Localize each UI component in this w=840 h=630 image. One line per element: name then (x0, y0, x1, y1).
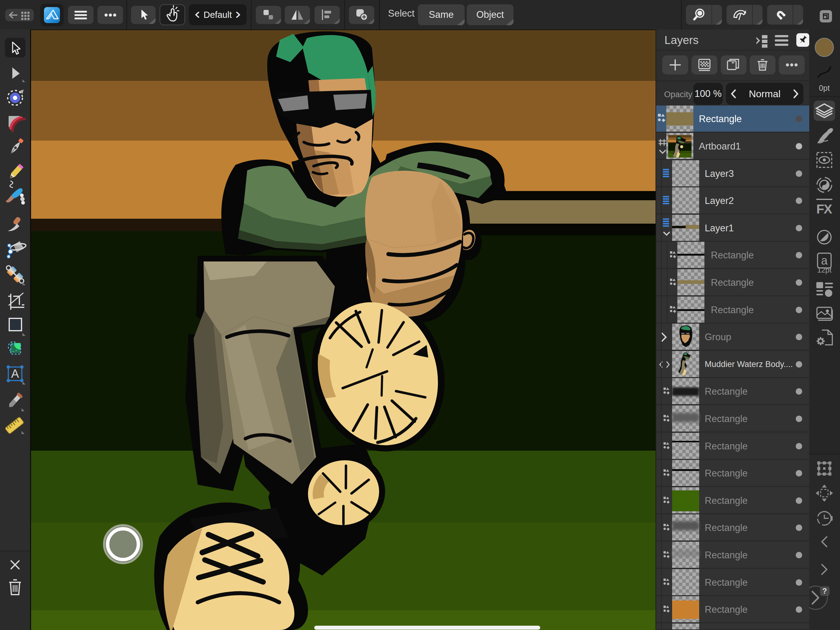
svg-text:A: A (11, 367, 19, 380)
svg-text:?: ? (822, 587, 827, 595)
svg-text:a: a (821, 254, 828, 267)
svg-text:12pt: 12pt (817, 266, 832, 274)
svg-text:Default: Default (204, 10, 232, 20)
svg-text:FX: FX (816, 202, 832, 216)
svg-text:0pt: 0pt (819, 84, 830, 92)
svg-text:Normal: Normal (749, 88, 780, 99)
